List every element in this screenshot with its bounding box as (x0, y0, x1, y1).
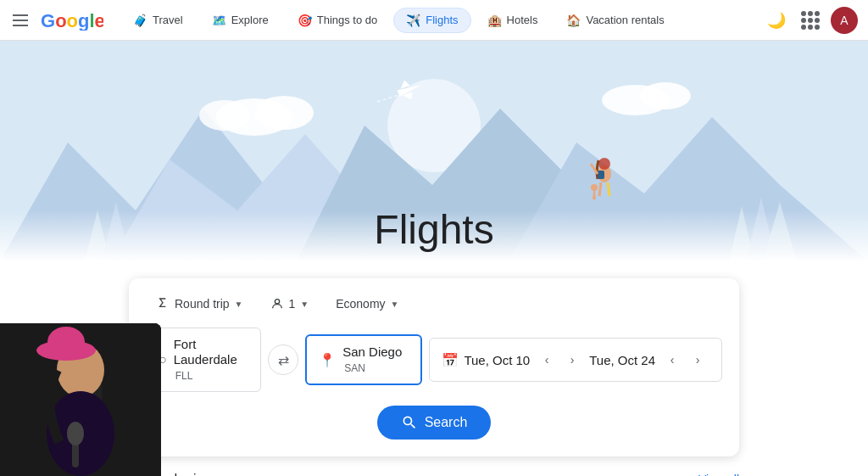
svg-point-22 (598, 158, 610, 170)
grid-icon (801, 11, 820, 30)
return-date: Tue, Oct 24 (589, 353, 655, 367)
return-next-button[interactable]: › (686, 348, 709, 372)
google-logo: Google (41, 10, 103, 31)
nav-tab-label-travel: Travel (153, 14, 183, 26)
trip-type-button[interactable]: Round trip ▼ (146, 292, 253, 316)
origin-text: Fort Lauderdale FLL (174, 337, 249, 383)
search-button[interactable]: Search (377, 406, 492, 440)
nav-tab-travel[interactable]: 🧳 Travel (120, 8, 196, 33)
flights-nav-icon: ✈️ (406, 14, 420, 27)
calendar-icon: 📅 (442, 352, 459, 368)
trip-type-chevron: ▼ (235, 300, 243, 309)
nav-tab-label-hotels: Hotels (507, 14, 538, 26)
cabin-class-button[interactable]: Economy ▼ (326, 292, 409, 316)
search-button-label: Search (425, 415, 468, 430)
svg-line-25 (608, 182, 609, 196)
swap-button[interactable]: ⇄ (268, 344, 298, 375)
nav-tab-label-flights: Flights (426, 14, 458, 26)
webcam-silhouette (0, 323, 161, 476)
return-prev-button[interactable]: ‹ (660, 348, 684, 372)
hero-section: Flights (0, 41, 868, 261)
search-icon (401, 414, 418, 431)
nav-left: Google 🧳 Travel 🗺️ Explore 🎯 Things to d… (10, 8, 677, 33)
date-field[interactable]: 📅 Tue, Oct 10 ‹ › Tue, Oct 24 ‹ › (429, 338, 722, 382)
search-button-wrap: Search (146, 406, 722, 440)
return-date-nav: ‹ › (660, 348, 709, 372)
avatar[interactable]: A (831, 7, 858, 34)
svg-point-31 (275, 300, 279, 304)
explore-icon: 🗺️ (212, 14, 226, 27)
svg-point-26 (591, 184, 598, 191)
origin-code: FLL (175, 370, 193, 382)
depart-date: Tue, Oct 10 (464, 353, 530, 367)
svg-point-14 (199, 100, 250, 131)
search-options: Round trip ▼ 1 ▼ Economy ▼ (146, 292, 722, 316)
trip-type-icon (156, 297, 170, 311)
depart-prev-button[interactable]: ‹ (535, 348, 559, 372)
dark-mode-button[interactable]: 🌙 (763, 7, 790, 34)
passengers-count: 1 (289, 297, 296, 311)
depart-next-button[interactable]: › (560, 348, 584, 372)
depart-date-nav: ‹ › (535, 348, 584, 372)
view-all-link[interactable]: View all (698, 473, 739, 476)
travel-icon: 🧳 (133, 14, 147, 27)
nav-tab-hotels[interactable]: 🏨 Hotels (475, 8, 551, 33)
passengers-icon (270, 297, 284, 311)
top-navigation: Google 🧳 Travel 🗺️ Explore 🎯 Things to d… (0, 0, 868, 41)
svg-line-28 (594, 191, 595, 199)
nav-tab-vacation[interactable]: 🏠 Vacation rentals (554, 8, 676, 33)
cabin-class-chevron: ▼ (391, 300, 399, 309)
apps-button[interactable] (797, 7, 824, 34)
destination-field[interactable]: 📍 San Diego SAN (305, 334, 422, 385)
hotels-icon: 🏨 (487, 14, 502, 27)
tracked-prices-header: Tracked prices View all (129, 456, 739, 476)
search-card: Round trip ▼ 1 ▼ Economy ▼ ○ Fort Laude (129, 278, 739, 456)
webcam-person (0, 323, 161, 476)
svg-rect-23 (598, 171, 604, 179)
svg-point-37 (47, 327, 85, 357)
cabin-class-label: Economy (336, 297, 385, 311)
destination-code: SAN (344, 362, 365, 374)
destination-text: San Diego SAN (342, 344, 409, 375)
search-row: ○ Fort Lauderdale FLL ⇄ 📍 San Diego SAN … (146, 328, 722, 392)
destination-icon: 📍 (319, 352, 336, 368)
svg-line-24 (599, 182, 601, 196)
destination-city: San Diego (342, 344, 402, 359)
svg-text:Google: Google (41, 10, 103, 31)
nav-tab-flights[interactable]: ✈️ Flights (393, 8, 470, 33)
things-icon: 🎯 (298, 14, 312, 27)
svg-point-16 (640, 82, 691, 109)
nav-tab-label-things: Things to do (317, 14, 378, 26)
svg-point-13 (254, 96, 314, 130)
page-title: Flights (374, 206, 493, 253)
svg-point-39 (67, 422, 84, 445)
vacation-icon: 🏠 (566, 14, 581, 27)
trip-type-label: Round trip (175, 297, 230, 311)
webcam-overlay (0, 323, 161, 476)
nav-tab-things-to-do[interactable]: 🎯 Things to do (285, 8, 391, 33)
origin-city: Fort Lauderdale (174, 337, 237, 367)
nav-tab-label-explore: Explore (231, 14, 269, 26)
nav-right: 🌙 A (763, 7, 858, 34)
passengers-button[interactable]: 1 ▼ (260, 292, 320, 316)
nav-tab-explore[interactable]: 🗺️ Explore (199, 8, 281, 33)
origin-field[interactable]: ○ Fort Lauderdale FLL (146, 328, 261, 392)
nav-tab-label-vacation: Vacation rentals (586, 14, 664, 26)
nav-tabs: 🧳 Travel 🗺️ Explore 🎯 Things to do ✈️ Fl… (120, 8, 677, 33)
passengers-chevron: ▼ (300, 300, 309, 309)
menu-icon[interactable] (10, 10, 31, 31)
